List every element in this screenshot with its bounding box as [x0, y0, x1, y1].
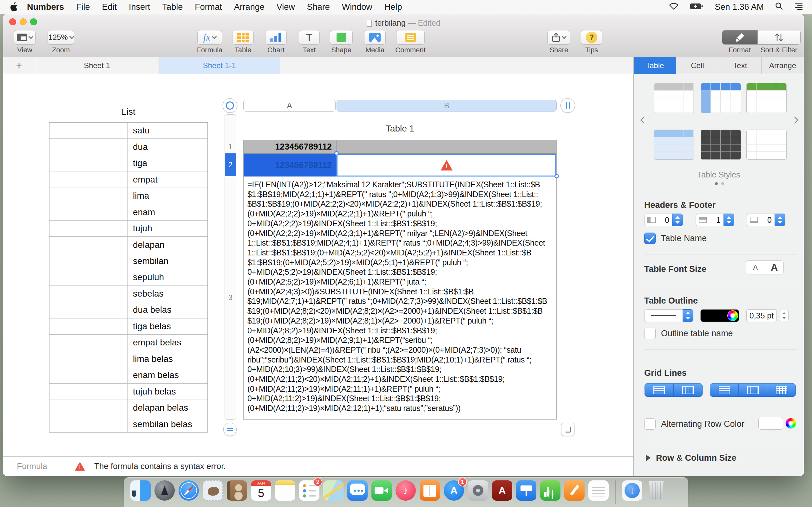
- column-options-handle[interactable]: [560, 98, 575, 113]
- row-header-3[interactable]: 3: [225, 176, 236, 419]
- stepper-buttons[interactable]: [774, 214, 785, 226]
- dock-reminders-icon[interactable]: 2: [299, 481, 319, 501]
- dock-maps-icon[interactable]: [323, 481, 344, 501]
- header-horizontal-lines-button[interactable]: [710, 384, 739, 396]
- dock-keynote-icon[interactable]: [516, 481, 537, 501]
- menu-item[interactable]: Window: [336, 0, 378, 14]
- page-dot[interactable]: [721, 182, 724, 185]
- dock-ibooks-icon[interactable]: [420, 481, 440, 501]
- sort-filter-button[interactable]: [757, 31, 800, 44]
- wifi-icon[interactable]: [669, 2, 678, 12]
- dock-pages-icon[interactable]: [564, 481, 585, 501]
- header-rows-stepper[interactable]: 1: [696, 214, 734, 226]
- list-table-row[interactable]: delapan belas: [49, 400, 207, 416]
- spotlight-search-icon[interactable]: [775, 2, 783, 12]
- color-wheel-icon[interactable]: [785, 418, 796, 429]
- dock-system-preferences-icon[interactable]: [468, 481, 488, 501]
- dock-trash-icon[interactable]: [646, 481, 666, 501]
- dock-downloads-icon[interactable]: ↓: [622, 481, 642, 501]
- list-table-row[interactable]: enam: [49, 204, 207, 220]
- list-table-row[interactable]: empat: [49, 171, 207, 187]
- menu-item[interactable]: View: [270, 0, 301, 14]
- outline-width-field[interactable]: 0,35 pt: [746, 309, 777, 322]
- stepper-buttons[interactable]: [723, 214, 734, 226]
- increase-font-button[interactable]: A: [765, 261, 783, 274]
- row-column-size-label[interactable]: Row & Column Size: [656, 453, 737, 463]
- disclosure-triangle-icon[interactable]: [646, 454, 651, 461]
- dock-app-store-icon[interactable]: A 1: [444, 481, 464, 501]
- styles-prev-icon[interactable]: [641, 117, 648, 124]
- list-table-row[interactable]: lima belas: [49, 351, 207, 367]
- list-table-row[interactable]: sebelas: [49, 286, 207, 302]
- list-table-row[interactable]: enam belas: [49, 367, 207, 383]
- footer-rows-stepper[interactable]: 0: [747, 214, 785, 226]
- menu-item[interactable]: Arrange: [228, 0, 270, 14]
- tips-button[interactable]: ?: [581, 30, 602, 45]
- inspector-tab[interactable]: Cell: [676, 57, 719, 74]
- page-dot-active[interactable]: [715, 182, 718, 185]
- sheet-tab-1[interactable]: Sheet 1: [35, 57, 159, 74]
- selection-handle-dot[interactable]: [334, 151, 339, 156]
- menu-item[interactable]: Format: [189, 0, 228, 14]
- add-row-handle[interactable]: [223, 423, 237, 436]
- table-resize-handle[interactable]: [561, 423, 574, 436]
- inspector-tab[interactable]: Text: [719, 57, 762, 74]
- cell-b2-error[interactable]: !: [337, 154, 556, 176]
- inspector-tab[interactable]: Arrange: [762, 57, 804, 74]
- alternating-row-color-well[interactable]: [758, 417, 783, 430]
- cell-b1[interactable]: [337, 140, 556, 153]
- table-name[interactable]: Table 1: [243, 124, 557, 134]
- menu-item[interactable]: Edit: [96, 0, 123, 14]
- menu-item[interactable]: Share: [301, 0, 336, 14]
- row-header-1[interactable]: 1: [225, 140, 236, 153]
- list-table-row[interactable]: tiga belas: [49, 319, 207, 335]
- dock-facetime-icon[interactable]: [371, 481, 392, 501]
- notification-center-icon[interactable]: [794, 2, 803, 12]
- outline-line-style-select[interactable]: [644, 309, 693, 322]
- battery-icon[interactable]: [690, 2, 703, 12]
- menu-item[interactable]: Insert: [123, 0, 156, 14]
- dock-finder-icon[interactable]: [131, 481, 151, 501]
- inspector-tab[interactable]: Table: [634, 57, 676, 74]
- all-grid-lines-button[interactable]: [767, 384, 796, 396]
- list-table-row[interactable]: dua: [49, 139, 207, 155]
- decrease-font-button[interactable]: A: [746, 261, 765, 274]
- table-style-thumbnail-5[interactable]: [701, 130, 741, 160]
- dock-textedit-icon[interactable]: [589, 481, 609, 501]
- list-table-row[interactable]: satu: [49, 123, 207, 139]
- row-header-2-selected[interactable]: 2: [225, 153, 236, 176]
- insert-table-button[interactable]: [232, 30, 254, 45]
- row-3-formula-cell[interactable]: =IF(LEN(INT(A2))>12;"Maksimal 12 Karakte…: [244, 176, 556, 419]
- outline-table-name-checkbox[interactable]: [644, 328, 656, 339]
- add-sheet-button[interactable]: +: [3, 57, 35, 74]
- table-style-thumbnail-6[interactable]: [746, 130, 786, 160]
- insert-media-button[interactable]: [364, 30, 386, 45]
- column-header-a[interactable]: A: [243, 100, 336, 112]
- cell-a1[interactable]: 123456789112: [244, 140, 337, 153]
- table-style-thumbnail-1[interactable]: [654, 83, 694, 113]
- menu-item[interactable]: Numbers: [21, 0, 70, 14]
- alternating-row-color-checkbox[interactable]: [644, 418, 656, 430]
- menu-item[interactable]: Help: [378, 0, 408, 14]
- list-table-row[interactable]: delapan: [49, 237, 207, 253]
- horizontal-grid-lines-button[interactable]: [645, 384, 674, 396]
- list-table-row[interactable]: tujuh belas: [49, 384, 207, 400]
- list-table-row[interactable]: sembilan belas: [49, 416, 207, 432]
- dock-contacts-icon[interactable]: [227, 481, 247, 501]
- dock-numbers-icon[interactable]: [540, 481, 560, 501]
- color-wheel-icon[interactable]: [727, 310, 738, 321]
- zoom-control[interactable]: 125%: [48, 30, 74, 45]
- header-columns-stepper[interactable]: 0: [644, 214, 683, 226]
- styles-next-icon[interactable]: [792, 117, 799, 124]
- format-button[interactable]: [722, 31, 757, 44]
- formula-button[interactable]: fx: [197, 30, 222, 45]
- dock-safari-icon[interactable]: [179, 481, 199, 501]
- table-select-handle[interactable]: [223, 98, 237, 113]
- list-table-row[interactable]: tiga: [49, 155, 207, 171]
- stepper-buttons[interactable]: [672, 214, 683, 226]
- dock-itunes-icon[interactable]: ♪: [396, 481, 416, 501]
- cell-a2-selected[interactable]: 123456789112: [244, 154, 337, 176]
- dock-mail-icon[interactable]: [203, 481, 223, 501]
- insert-text-button[interactable]: T: [299, 30, 320, 45]
- apple-menu-icon[interactable]: [9, 2, 18, 12]
